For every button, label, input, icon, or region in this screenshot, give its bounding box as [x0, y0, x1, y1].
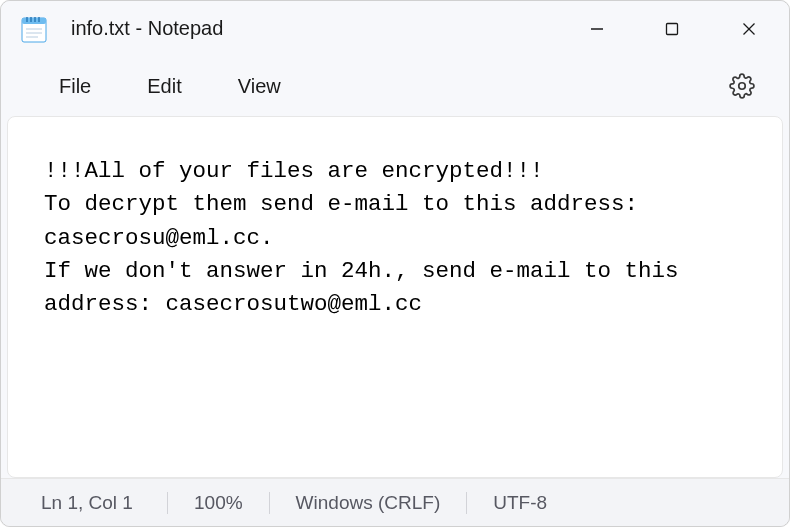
- status-cursor-position: Ln 1, Col 1: [41, 492, 141, 514]
- settings-button[interactable]: [719, 63, 765, 109]
- status-encoding: UTF-8: [493, 492, 547, 514]
- window-controls: [559, 1, 789, 56]
- close-button[interactable]: [709, 1, 789, 56]
- menu-edit[interactable]: Edit: [119, 63, 209, 110]
- menu-view[interactable]: View: [210, 63, 309, 110]
- document-content: !!!All of your files are encrypted!!! To…: [44, 155, 754, 321]
- svg-rect-10: [666, 23, 677, 34]
- svg-rect-1: [22, 18, 46, 24]
- minimize-button[interactable]: [559, 1, 634, 56]
- menubar: File Edit View: [1, 56, 789, 116]
- statusbar: Ln 1, Col 1 100% Windows (CRLF) UTF-8: [1, 478, 789, 526]
- status-zoom[interactable]: 100%: [194, 492, 243, 514]
- status-separator: [466, 492, 467, 514]
- status-separator: [269, 492, 270, 514]
- titlebar: info.txt - Notepad: [1, 1, 789, 56]
- status-separator: [167, 492, 168, 514]
- status-line-ending: Windows (CRLF): [296, 492, 441, 514]
- notepad-icon: [19, 13, 49, 45]
- maximize-button[interactable]: [634, 1, 709, 56]
- notepad-window: info.txt - Notepad File Edit View !!!All…: [0, 0, 790, 527]
- menu-file[interactable]: File: [31, 63, 119, 110]
- window-title: info.txt - Notepad: [71, 17, 223, 40]
- text-editor[interactable]: !!!All of your files are encrypted!!! To…: [7, 116, 783, 478]
- svg-point-13: [739, 83, 746, 90]
